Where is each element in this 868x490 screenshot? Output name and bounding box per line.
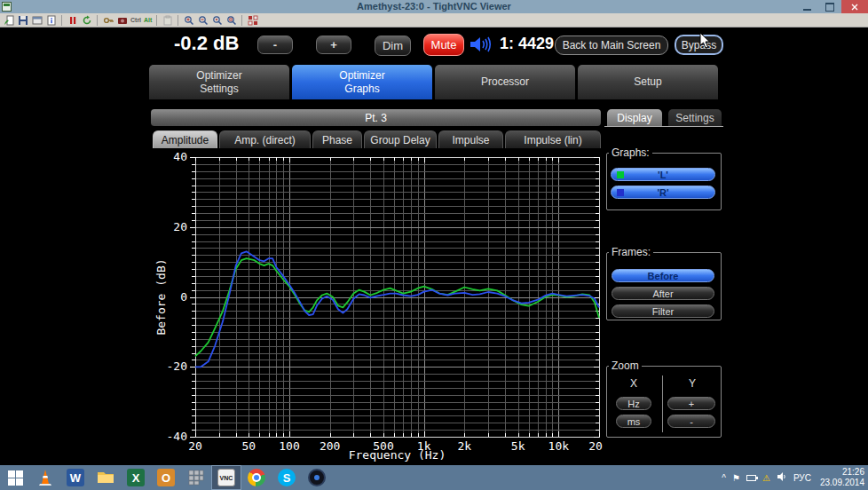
app-client-area: -0.2 dB - + Dim Mute 1: 4429 before Back… xyxy=(0,28,868,465)
tab-label: Optimizer xyxy=(196,69,241,83)
excel-icon[interactable]: X xyxy=(121,465,151,490)
tab-impulse-lin[interactable]: Impulse (lin) xyxy=(505,130,601,148)
svg-text:20k: 20k xyxy=(588,439,603,453)
zoom-in-icon[interactable] xyxy=(183,14,194,26)
gain-plus-button[interactable]: + xyxy=(316,36,351,54)
bypass-button[interactable]: Bypass xyxy=(675,35,723,55)
alt-key-icon[interactable]: Alt xyxy=(144,17,152,23)
graph-r-button[interactable]: 'R' xyxy=(611,186,715,199)
mute-button[interactable]: Mute xyxy=(423,34,464,56)
master-gain-value: -0.2 dB xyxy=(174,32,239,55)
tab-optimizer-settings[interactable]: Optimizer Settings xyxy=(149,65,289,99)
measurement-point-bar[interactable]: Pt. 3 xyxy=(151,109,601,126)
svg-text:50: 50 xyxy=(242,439,256,453)
zoom-fit-icon[interactable] xyxy=(225,14,237,26)
zoom-legend: Zoom xyxy=(609,360,642,372)
new-connection-icon[interactable] xyxy=(3,14,14,26)
action-center-flag-icon[interactable]: ⚑ xyxy=(732,473,740,483)
tab-label: Optimizer xyxy=(339,69,384,83)
system-tray: ^ ⚑ ⚠ РУС 21:26 23.09.2014 xyxy=(722,465,864,490)
toolbar-separator xyxy=(97,15,98,26)
window-title: Amethyst-23:0 - TightVNC Viewer xyxy=(0,0,868,13)
tab-processor[interactable]: Processor xyxy=(435,65,575,99)
dim-button[interactable]: Dim xyxy=(375,36,411,56)
tab-display[interactable]: Display xyxy=(607,109,662,126)
media-player-icon[interactable] xyxy=(302,465,332,490)
clock[interactable]: 21:26 23.09.2014 xyxy=(820,467,864,488)
svg-text:200: 200 xyxy=(320,439,340,453)
graphs-legend: Graphs: xyxy=(609,146,652,159)
word-icon[interactable]: W xyxy=(60,465,91,490)
r-color-swatch xyxy=(617,189,624,196)
zoom-ms-button[interactable]: ms xyxy=(616,415,651,428)
tab-impulse[interactable]: Impulse xyxy=(438,130,503,148)
svg-text:40: 40 xyxy=(173,150,187,163)
graph-l-button[interactable]: 'L' xyxy=(611,168,715,181)
tab-amp-direct[interactable]: Amp. (direct) xyxy=(219,130,311,148)
grid-app-icon[interactable] xyxy=(181,465,211,490)
refresh-icon[interactable] xyxy=(81,14,92,26)
zoom-y-label: Y xyxy=(689,377,696,390)
frame-before-button[interactable]: Before xyxy=(612,269,714,282)
connection-info-icon[interactable] xyxy=(45,14,57,26)
frequency-response-chart: -40-200204020501002005001k2k5k10k20kFreq… xyxy=(153,150,603,463)
svg-text:-20: -20 xyxy=(167,360,187,373)
speaker-icon xyxy=(470,36,493,57)
gain-minus-button[interactable]: - xyxy=(257,36,293,54)
remote-screenshot-icon[interactable] xyxy=(116,14,128,26)
zoom-out-icon[interactable] xyxy=(197,14,209,26)
chart-canvas: -40-200204020501002005001k2k5k10k20kFreq… xyxy=(153,150,603,463)
svg-text:Frequency (Hz): Frequency (Hz) xyxy=(349,448,446,462)
tray-expand-icon[interactable]: ^ xyxy=(722,473,726,483)
fullscreen-icon[interactable] xyxy=(247,14,258,26)
zoom-actual-icon[interactable] xyxy=(211,14,223,26)
taskbar: W X O VNC S xyxy=(0,465,868,490)
restore-icon[interactable] xyxy=(818,0,841,13)
zoom-x-label: X xyxy=(630,377,637,390)
volume-icon[interactable] xyxy=(777,470,787,486)
tab-setup[interactable]: Setup xyxy=(578,65,718,99)
tab-label: Processor xyxy=(481,75,529,89)
zoom-hz-button[interactable]: Hz xyxy=(616,397,651,410)
tab-group-delay[interactable]: Group Delay xyxy=(364,130,437,148)
svg-text:Before (dB): Before (dB) xyxy=(154,258,168,335)
close-icon[interactable] xyxy=(841,0,868,13)
tab-optimizer-graphs[interactable]: Optimizer Graphs xyxy=(292,65,432,99)
frame-filter-button[interactable]: Filter xyxy=(612,304,714,318)
vlc-icon[interactable] xyxy=(30,465,60,490)
ctrl-alt-del-icon[interactable] xyxy=(102,14,114,26)
svg-text:5k: 5k xyxy=(511,439,525,453)
zoom-y-minus-button[interactable]: - xyxy=(667,415,715,428)
zoom-divider xyxy=(662,375,663,432)
tray-date: 23.09.2014 xyxy=(820,478,864,487)
toolbar-separator xyxy=(156,15,157,26)
frames-section: Frames: Before After Filter xyxy=(606,246,722,320)
warning-icon[interactable]: ⚠ xyxy=(762,473,770,483)
window-titlebar: Amethyst-23:0 - TightVNC Viewer xyxy=(0,0,868,13)
pause-icon[interactable] xyxy=(67,14,78,26)
vnc-viewer-icon[interactable]: VNC xyxy=(211,465,241,490)
tab-amplitude[interactable]: Amplitude xyxy=(153,130,217,148)
start-button[interactable] xyxy=(0,465,30,490)
panel-divider xyxy=(604,126,723,127)
language-indicator[interactable]: РУС xyxy=(793,473,811,483)
svg-text:20: 20 xyxy=(173,220,187,233)
chrome-icon[interactable] xyxy=(241,465,272,490)
tray-time: 21:26 xyxy=(842,467,864,477)
tab-settings[interactable]: Settings xyxy=(668,109,722,126)
tab-phase[interactable]: Phase xyxy=(312,130,362,148)
svg-text:-40: -40 xyxy=(167,430,187,443)
minimize-icon[interactable] xyxy=(795,0,818,13)
battery-icon[interactable] xyxy=(746,475,756,481)
windows-logo-icon xyxy=(8,470,23,486)
save-icon[interactable] xyxy=(17,14,28,26)
zoom-y-plus-button[interactable]: + xyxy=(667,397,715,410)
frame-after-button[interactable]: After xyxy=(612,287,714,300)
outlook-icon[interactable]: O xyxy=(151,465,181,490)
back-to-main-screen-button[interactable]: Back to Main Screen xyxy=(555,36,668,55)
connection-options-icon[interactable] xyxy=(31,14,43,26)
file-explorer-icon[interactable] xyxy=(91,465,121,490)
toolbar-separator xyxy=(178,15,178,26)
ctrl-key-icon[interactable]: Ctrl xyxy=(130,17,141,23)
skype-icon[interactable]: S xyxy=(272,465,302,490)
